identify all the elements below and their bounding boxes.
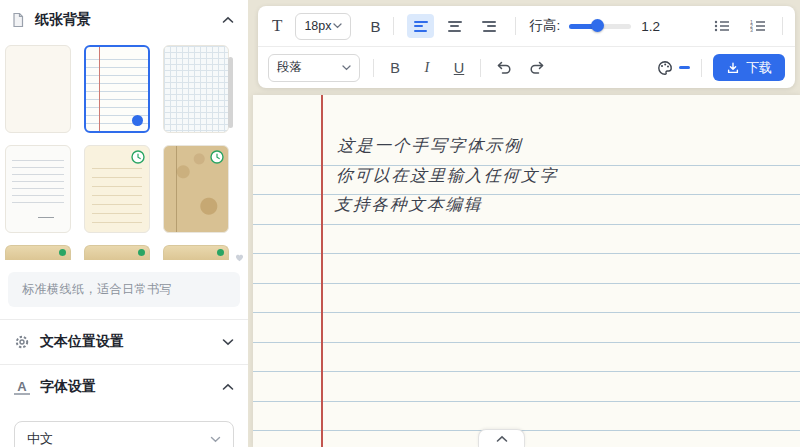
bold-button[interactable]: B xyxy=(387,60,403,76)
align-right-icon xyxy=(482,21,496,32)
divider xyxy=(701,59,702,77)
handwritten-line: 这是一个手写字体示例 xyxy=(337,131,561,161)
mini-signature-line xyxy=(38,217,54,218)
undo-icon[interactable] xyxy=(496,61,513,75)
palette-icon xyxy=(657,60,673,76)
paper-thumbnail-grid xyxy=(0,37,248,233)
paper-thumbnail-lined-selected[interactable] xyxy=(84,45,150,133)
handwritten-line: 支持各种文本编辑 xyxy=(334,190,558,220)
chevron-up-icon[interactable] xyxy=(222,16,234,24)
clock-badge-icon xyxy=(138,249,145,256)
paper-description: 标准横线纸，适合日常书写 xyxy=(8,272,240,307)
chevron-down-icon[interactable] xyxy=(222,338,234,346)
document-icon xyxy=(10,12,26,28)
font-icon: A xyxy=(14,380,30,395)
toolbar: T 18px B xyxy=(258,6,795,88)
text-position-settings-title: 文本位置设置 xyxy=(40,333,124,351)
bullet-list-icon[interactable] xyxy=(714,19,730,33)
chevron-down-icon xyxy=(333,23,342,29)
chevron-up-icon[interactable] xyxy=(222,383,234,391)
paragraph-style-value: 段落 xyxy=(277,59,302,76)
divider xyxy=(782,17,783,35)
line-height-slider[interactable] xyxy=(569,19,631,33)
download-button[interactable]: 下载 xyxy=(713,54,785,81)
paper-background-section-header[interactable]: 纸张背景 xyxy=(0,0,248,37)
redo-icon[interactable] xyxy=(528,61,545,75)
line-height-label: 行高: xyxy=(529,17,560,35)
gear-icon xyxy=(14,334,30,350)
divider xyxy=(515,17,516,35)
divider xyxy=(393,17,394,35)
divider xyxy=(373,59,374,77)
align-left-button[interactable] xyxy=(407,14,434,38)
collapse-toolbar-button[interactable] xyxy=(478,429,525,447)
mini-rule-lines xyxy=(92,168,142,224)
font-size-select[interactable]: 18px xyxy=(295,13,351,40)
toolbar-row-1: T 18px B xyxy=(258,6,795,47)
paper-thumbnail-lined-white[interactable] xyxy=(5,145,71,233)
paper-canvas[interactable]: 这是一个手写字体示例 你可以在这里输入任何文字 支持各种文本编辑 xyxy=(253,95,800,447)
download-icon xyxy=(726,61,740,75)
paper-thumbnail-partial[interactable] xyxy=(84,245,150,260)
divider xyxy=(480,59,481,77)
toolbar-row-2: 段落 B I U xyxy=(258,47,795,88)
alignment-group xyxy=(407,14,502,38)
line-height-value: 1.2 xyxy=(641,19,660,34)
paper-background-title: 纸张背景 xyxy=(35,11,91,29)
svg-text:3: 3 xyxy=(750,27,753,33)
text-tool-icon[interactable]: T xyxy=(272,16,282,36)
app-window: 纸张背景 xyxy=(0,0,800,447)
thumbnail-scrollbar[interactable] xyxy=(228,57,233,128)
slider-knob[interactable] xyxy=(591,19,604,32)
heart-icon[interactable] xyxy=(234,248,245,266)
handwritten-text[interactable]: 这是一个手写字体示例 你可以在这里输入任何文字 支持各种文本编辑 xyxy=(334,131,561,220)
language-select-value: 中文 xyxy=(27,430,53,447)
text-color-control[interactable] xyxy=(657,60,690,76)
clock-badge-icon xyxy=(131,150,145,164)
language-select[interactable]: 中文 xyxy=(14,421,234,447)
handwritten-line: 你可以在这里输入任何文字 xyxy=(335,161,559,191)
paper-thumbnail-blank[interactable] xyxy=(5,45,71,133)
selected-indicator-dot xyxy=(132,115,143,126)
download-label: 下载 xyxy=(746,59,772,77)
italic-button[interactable]: I xyxy=(419,59,435,76)
paper-thumbnail-partial[interactable] xyxy=(5,245,71,260)
underline-button[interactable]: U xyxy=(451,60,467,76)
paper-thumbnail-row-partial xyxy=(0,233,248,260)
bold-button[interactable]: B xyxy=(370,18,380,35)
paper-thumbnail-lined-cream[interactable] xyxy=(84,145,150,233)
clock-badge-icon xyxy=(59,249,66,256)
font-size-value: 18px xyxy=(304,19,331,33)
align-center-icon xyxy=(448,21,462,32)
align-left-icon xyxy=(414,21,428,32)
mini-rule-lines xyxy=(12,160,64,204)
red-margin-line xyxy=(321,95,323,447)
paragraph-style-select[interactable]: 段落 xyxy=(268,54,360,82)
ordered-list-icon[interactable]: 123 xyxy=(750,19,766,33)
current-color-indicator xyxy=(679,66,690,70)
font-settings-title: 字体设置 xyxy=(40,378,96,396)
align-right-button[interactable] xyxy=(475,14,502,38)
paper-thumbnail-partial[interactable] xyxy=(163,245,229,260)
paper-thumbnail-grid-paper[interactable] xyxy=(163,45,229,133)
clock-badge-icon xyxy=(210,150,224,164)
font-settings-row[interactable]: A 字体设置 xyxy=(0,365,248,409)
sidebar: 纸张背景 xyxy=(0,0,248,447)
main-area: 这是一个手写字体示例 你可以在这里输入任何文字 支持各种文本编辑 T 18px … xyxy=(248,0,800,447)
align-center-button[interactable] xyxy=(441,14,468,38)
text-position-settings-row[interactable]: 文本位置设置 xyxy=(0,320,248,364)
clock-badge-icon xyxy=(217,249,224,256)
chevron-down-icon xyxy=(342,65,351,71)
mini-margin-line xyxy=(176,146,177,232)
chevron-down-icon xyxy=(210,436,221,443)
paper-thumbnail-vintage[interactable] xyxy=(163,145,229,233)
mini-margin-line xyxy=(99,47,100,131)
